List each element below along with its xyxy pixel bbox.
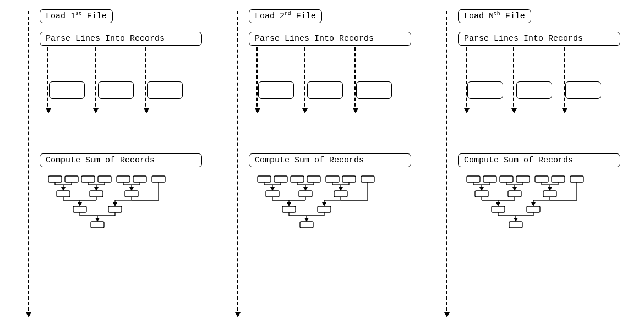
svg-rect-3 [98, 176, 111, 182]
diagram-canvas: Load 1st File Parse Lines Into Records C… [0, 0, 644, 330]
svg-rect-67 [299, 191, 312, 197]
svg-rect-46 [291, 176, 304, 182]
reduce-tree [465, 174, 597, 240]
record-arrow [513, 47, 514, 112]
svg-rect-37 [108, 206, 122, 212]
load-file-step: Load 2nd File [249, 9, 322, 23]
svg-marker-21 [129, 187, 134, 191]
pipeline-column-2: Load 2nd File Parse Lines Into Records C… [222, 0, 432, 330]
svg-rect-50 [361, 176, 374, 182]
svg-marker-55 [270, 187, 275, 191]
svg-rect-23 [90, 191, 103, 197]
svg-rect-68 [334, 191, 347, 197]
svg-rect-93 [552, 176, 565, 182]
svg-rect-4 [117, 176, 130, 182]
record-box [49, 81, 85, 99]
record-box [147, 81, 183, 99]
svg-rect-47 [307, 176, 320, 182]
pipeline-column-3: Load Nth File Parse Lines Into Records C… [432, 0, 641, 330]
compute-sum-step: Compute Sum of Records [40, 153, 202, 167]
parse-lines-step: Parse Lines Into Records [458, 32, 620, 46]
record-arrow [466, 47, 467, 112]
records-row [258, 81, 392, 99]
record-arrow [47, 47, 48, 112]
compute-sum-step: Compute Sum of Records [249, 153, 411, 167]
record-arrow [256, 47, 258, 112]
svg-rect-45 [274, 176, 287, 182]
svg-rect-89 [483, 176, 496, 182]
svg-rect-111 [508, 191, 521, 197]
svg-marker-29 [78, 202, 82, 206]
record-arrow [304, 47, 305, 112]
svg-rect-94 [570, 176, 583, 182]
record-box [98, 81, 134, 99]
svg-marker-130 [514, 218, 518, 222]
record-box [467, 81, 503, 99]
main-flow-arrow [237, 11, 238, 316]
svg-rect-92 [535, 176, 548, 182]
records-row [467, 81, 601, 99]
svg-marker-117 [496, 202, 500, 206]
compute-sum-step: Compute Sum of Records [458, 153, 620, 167]
svg-rect-66 [266, 191, 279, 197]
load-file-step: Load Nth File [458, 9, 531, 23]
svg-marker-73 [287, 202, 291, 206]
svg-marker-65 [339, 187, 343, 191]
main-flow-arrow [446, 11, 447, 316]
svg-rect-90 [500, 176, 513, 182]
svg-rect-88 [467, 176, 480, 182]
svg-rect-6 [152, 176, 165, 182]
svg-marker-35 [113, 202, 117, 206]
record-arrow [354, 47, 356, 112]
svg-rect-124 [492, 206, 505, 212]
main-flow-arrow [28, 11, 29, 316]
svg-rect-87 [300, 222, 313, 228]
svg-rect-24 [125, 191, 138, 197]
pipeline-column-1: Load 1st File Parse Lines Into Records C… [13, 0, 222, 330]
svg-marker-104 [512, 187, 517, 191]
svg-rect-2 [81, 176, 95, 182]
svg-rect-0 [48, 176, 62, 182]
load-file-step: Load 1st File [40, 9, 113, 23]
svg-marker-123 [531, 202, 536, 206]
svg-marker-109 [548, 187, 552, 191]
reduce-tree [46, 174, 178, 240]
svg-rect-112 [543, 191, 556, 197]
svg-rect-80 [282, 206, 296, 212]
svg-rect-110 [475, 191, 488, 197]
svg-rect-91 [516, 176, 530, 182]
record-box [307, 81, 343, 99]
record-arrow [145, 47, 146, 112]
svg-marker-11 [61, 187, 66, 191]
record-box [258, 81, 294, 99]
record-box [516, 81, 552, 99]
svg-rect-1 [65, 176, 78, 182]
reduce-tree [255, 174, 388, 240]
svg-rect-36 [73, 206, 86, 212]
svg-rect-49 [342, 176, 356, 182]
svg-marker-99 [479, 187, 484, 191]
svg-marker-60 [303, 187, 308, 191]
record-box [565, 81, 601, 99]
svg-marker-42 [95, 218, 100, 222]
svg-rect-44 [258, 176, 271, 182]
svg-rect-131 [509, 222, 522, 228]
record-box [356, 81, 392, 99]
records-row [49, 81, 183, 99]
svg-marker-16 [94, 187, 99, 191]
parse-lines-step: Parse Lines Into Records [40, 32, 202, 46]
svg-marker-79 [322, 202, 326, 206]
svg-rect-48 [326, 176, 339, 182]
svg-rect-81 [318, 206, 331, 212]
record-arrow [95, 47, 96, 112]
svg-rect-5 [133, 176, 146, 182]
parse-lines-step: Parse Lines Into Records [249, 32, 411, 46]
record-arrow [564, 47, 565, 112]
svg-marker-86 [304, 218, 309, 222]
svg-rect-43 [91, 222, 104, 228]
svg-rect-22 [57, 191, 70, 197]
svg-rect-125 [527, 206, 540, 212]
